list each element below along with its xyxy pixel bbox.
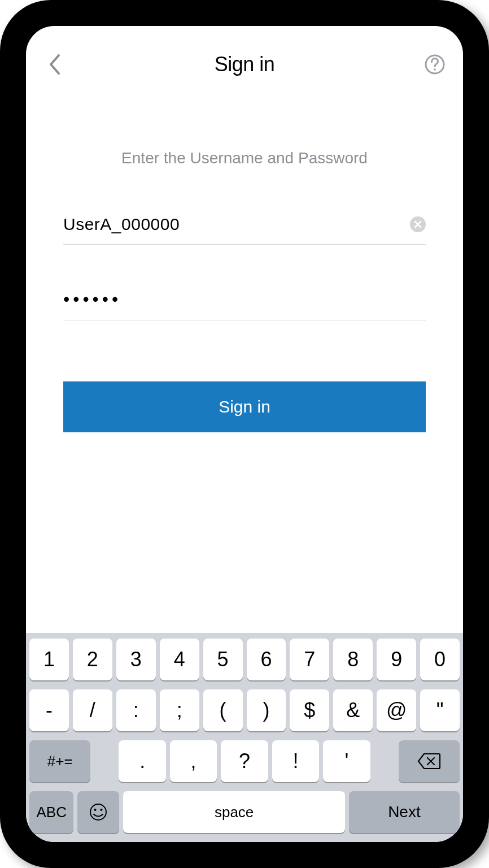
help-icon [424,54,446,75]
keyboard-row-2: - / : ; ( ) $ & @ " [29,689,460,731]
status-bar [26,26,463,42]
key-next[interactable]: Next [349,791,460,833]
content-area: Enter the Username and Password Sign in [26,87,463,633]
username-input[interactable] [63,215,410,234]
key-9[interactable]: 9 [377,639,416,680]
key-1[interactable]: 1 [29,639,69,680]
keyboard: 1 2 3 4 5 6 7 8 9 0 - / : ; ( ) $ & @ [26,633,463,842]
screen: Sign in Enter the Username and Password [26,26,463,842]
key-8[interactable]: 8 [333,639,373,680]
key-slash[interactable]: / [73,689,112,731]
key-2[interactable]: 2 [73,639,112,680]
emoji-icon [89,802,108,822]
svg-point-7 [94,809,97,811]
key-rparen[interactable]: ) [247,689,286,731]
help-button[interactable] [422,52,447,77]
keyboard-row-1: 1 2 3 4 5 6 7 8 9 0 [29,639,460,680]
clear-username-button[interactable] [410,216,426,232]
key-exclaim[interactable]: ! [272,740,319,782]
spacer [94,740,115,782]
instruction-text: Enter the Username and Password [121,149,368,167]
key-period[interactable]: . [119,740,165,782]
key-dollar[interactable]: $ [290,689,329,731]
key-emoji[interactable] [77,791,119,833]
key-6[interactable]: 6 [247,639,286,680]
key-more-symbols[interactable]: #+= [29,740,90,782]
username-field-row [63,215,426,245]
sign-in-button[interactable]: Sign in [63,381,426,432]
backspace-icon [417,753,441,770]
key-question[interactable]: ? [221,740,268,782]
key-4[interactable]: 4 [160,639,199,680]
back-button[interactable] [42,52,67,77]
key-lparen[interactable]: ( [203,689,243,731]
page-title: Sign in [215,53,275,76]
keyboard-row-3: #+= . , ? ! ' [29,740,460,782]
key-7[interactable]: 7 [290,639,329,680]
svg-point-8 [101,809,103,811]
key-at[interactable]: @ [377,689,416,731]
key-space[interactable]: space [123,791,344,833]
key-5[interactable]: 5 [203,639,243,680]
key-colon[interactable]: : [116,689,156,731]
chevron-left-icon [47,54,61,75]
spacer [374,740,395,782]
svg-point-1 [434,68,436,71]
password-input[interactable] [63,289,426,310]
key-abc[interactable]: ABC [29,791,73,833]
password-field-row [63,289,426,320]
key-3[interactable]: 3 [116,639,156,680]
key-ampersand[interactable]: & [333,689,373,731]
key-semicolon[interactable]: ; [160,689,199,731]
key-quote[interactable]: " [420,689,460,731]
x-icon [414,220,422,228]
device-frame: Sign in Enter the Username and Password [0,0,489,868]
keyboard-row-4: ABC space Next [29,791,460,833]
key-dash[interactable]: - [29,689,69,731]
key-apostrophe[interactable]: ' [323,740,370,782]
svg-point-6 [90,804,106,820]
key-0[interactable]: 0 [420,639,460,680]
top-bar: Sign in [26,42,463,87]
key-comma[interactable]: , [170,740,217,782]
key-backspace[interactable] [399,740,460,782]
